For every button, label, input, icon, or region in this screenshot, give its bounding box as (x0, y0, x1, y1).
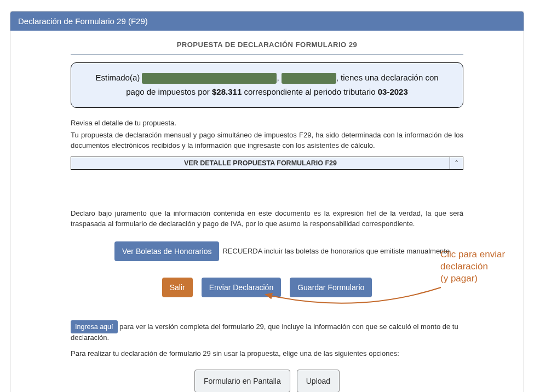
greeting-mid: , (277, 73, 281, 82)
tax-period: 03-2023 (378, 87, 408, 96)
honorarios-row: Ver Boletas de Honorarios RECUERDA inclu… (114, 241, 463, 261)
greeting-prefix: Estimado(a) (95, 73, 142, 82)
tax-amount: $28.311 (212, 87, 242, 96)
greeting-box: Estimado(a) , , tienes una declaración c… (71, 62, 463, 108)
ingresa-text: para ver la versión completa del formula… (71, 322, 458, 342)
panel-header: Declaración de Formulario 29 (F29) (10, 11, 524, 31)
bottom-row: Formulario en Pantalla Upload (71, 370, 463, 393)
collapse-title: VER DETALLE PROPUESTA FORMULARIO F29 (71, 157, 450, 169)
subnote: Para realizar tu declaración de formular… (71, 349, 463, 358)
chevron-up-icon[interactable]: ⌃ (450, 157, 463, 169)
panel-title: Declaración de Formulario 29 (F29) (18, 16, 148, 26)
redacted-rut (282, 73, 336, 84)
panel-content: PROPUESTA DE DECLARACIÓN FORMULARIO 29 E… (10, 31, 524, 392)
salir-button[interactable]: Salir (162, 278, 193, 297)
intro-line-2: Tu propuesta de declaración mensual y pa… (71, 130, 463, 151)
ver-boletas-button[interactable]: Ver Boletas de Honorarios (114, 241, 219, 261)
redacted-name (142, 73, 277, 84)
divider (71, 54, 463, 55)
ingresa-aqui-button[interactable]: Ingresa aquí (71, 320, 118, 333)
detail-collapse[interactable]: VER DETALLE PROPUESTA FORMULARIO F29 ⌃ (71, 157, 463, 170)
greeting-tail-2: correspondiente al periodo tributario (242, 87, 377, 96)
formulario-pantalla-button[interactable]: Formulario en Pantalla (194, 370, 290, 393)
action-row: Salir Enviar Declaración Guardar Formula… (71, 278, 463, 297)
upload-button[interactable]: Upload (297, 370, 340, 393)
intro-line-1: Revisa el detalle de tu propuesta. (71, 118, 463, 129)
ingresa-row: Ingresa aquí para ver la versión complet… (71, 320, 463, 342)
reminder-text: RECUERDA incluir las boletas de honorari… (222, 247, 451, 255)
guardar-formulario-button[interactable]: Guardar Formulario (290, 278, 372, 297)
enviar-declaracion-button[interactable]: Enviar Declaración (202, 278, 282, 297)
form29-panel: Declaración de Formulario 29 (F29) PROPU… (10, 11, 524, 392)
oath-declaration: Declaro bajo juramento que la informació… (71, 208, 463, 229)
section-title: PROPUESTA DE DECLARACIÓN FORMULARIO 29 (71, 36, 463, 52)
